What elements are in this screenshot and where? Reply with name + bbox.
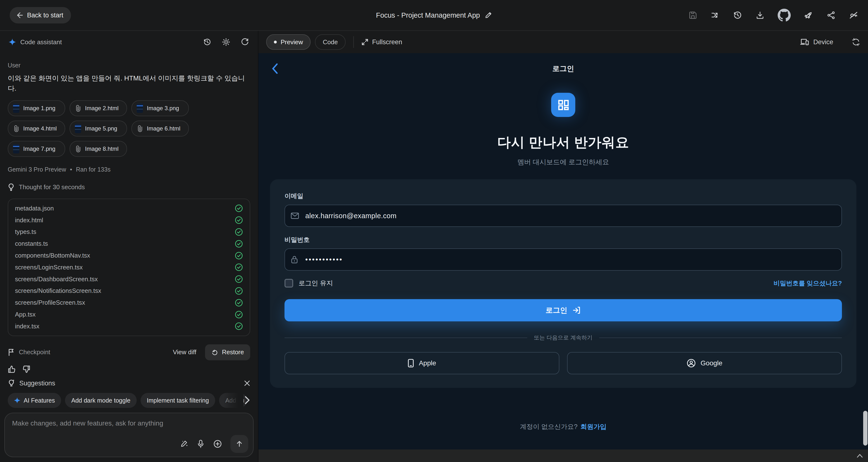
user-message: 이와 같은 화면이 있는 앱을 만들어 줘. HTML에서 이미지를 핫링크할 … — [8, 73, 250, 93]
device-button[interactable]: Device — [800, 38, 833, 46]
signup-link[interactable]: 회원가입 — [580, 423, 607, 430]
file-name: index.html — [15, 217, 235, 224]
image-thumbnail — [75, 124, 81, 133]
thumbs-down-button[interactable] — [22, 365, 30, 373]
composer[interactable] — [4, 413, 254, 457]
file-row[interactable]: screens/DashboardScreen.tsx — [15, 273, 243, 285]
device-label: Device — [813, 38, 833, 46]
file-name: metadata.json — [15, 205, 235, 212]
attachment-chip[interactable]: Image 3.png — [131, 100, 189, 116]
edit-title-icon[interactable] — [485, 11, 492, 19]
attachment-chip[interactable]: Image 8.html — [69, 141, 127, 157]
suggestions-section: Suggestions AI FeaturesAdd dark mode tog… — [0, 373, 258, 408]
project-title: Focus - Project Management App — [376, 11, 480, 19]
send-button[interactable] — [230, 435, 248, 453]
chevron-left-icon — [271, 63, 279, 74]
login-submit-button[interactable]: 로그인 — [284, 299, 842, 321]
refresh-icon[interactable] — [241, 38, 249, 47]
file-name: constants.ts — [15, 240, 235, 247]
share-icon[interactable] — [827, 11, 836, 20]
send-arrow-icon — [236, 440, 243, 447]
preview-back-button[interactable] — [271, 63, 279, 74]
tab-code[interactable]: Code — [315, 34, 345, 50]
scroll-up-chevron-icon[interactable] — [857, 453, 863, 458]
history-icon[interactable] — [733, 10, 742, 20]
dashboard-logo-icon — [557, 98, 570, 111]
check-circle-icon — [235, 275, 243, 283]
file-name: components/BottomNav.tsx — [15, 252, 235, 259]
login-card: 이메일 비밀번호 로그인 유지 비밀번호를 — [270, 179, 857, 388]
tab-preview[interactable]: Preview — [266, 34, 311, 50]
settings-gear-icon[interactable] — [222, 38, 230, 47]
lightbulb-icon — [8, 183, 14, 191]
file-row[interactable]: constants.ts — [15, 238, 243, 250]
file-row[interactable]: index.tsx — [15, 320, 243, 332]
file-row[interactable]: metadata.json — [15, 202, 243, 214]
attachment-chip[interactable]: Image 4.html — [8, 121, 65, 137]
chip-label: Add qu — [225, 397, 244, 404]
attachment-name: Image 8.html — [85, 145, 119, 152]
view-diff-button[interactable]: View diff — [173, 348, 196, 356]
attachment-list: Image 1.pngImage 2.htmlImage 3.pngImage … — [8, 100, 250, 157]
microphone-icon[interactable] — [196, 439, 205, 448]
restore-button[interactable]: Restore — [205, 344, 250, 360]
chat-history-icon[interactable] — [203, 38, 212, 47]
download-icon[interactable] — [755, 11, 765, 20]
fullscreen-button[interactable]: Fullscreen — [362, 38, 402, 46]
attachment-chip[interactable]: Image 6.html — [131, 121, 189, 137]
preview-scrollbar-thumb[interactable] — [863, 411, 868, 445]
run-time: Ran for 133s — [76, 166, 111, 173]
api-key-disabled-icon[interactable] — [849, 10, 858, 20]
back-to-start-button[interactable]: Back to start — [10, 7, 71, 24]
active-dot — [274, 40, 277, 44]
remember-checkbox[interactable] — [284, 279, 293, 288]
suggestion-chip[interactable]: Implement task filtering — [141, 393, 215, 408]
password-input[interactable] — [284, 249, 842, 271]
image-thumbnail — [137, 104, 143, 113]
remember-label[interactable]: 로그인 유지 — [299, 279, 333, 288]
social-divider: 또는 다음으로 계속하기 — [284, 334, 842, 341]
check-circle-icon — [235, 240, 243, 248]
suggestion-chip[interactable]: Add qu — [219, 393, 247, 408]
edit-sparkle-icon[interactable] — [180, 439, 188, 448]
thought-toggle[interactable]: Thought for 30 seconds — [8, 183, 250, 191]
file-row[interactable]: App.tsx — [15, 309, 243, 320]
github-icon[interactable] — [778, 9, 791, 22]
composer-input[interactable] — [5, 413, 253, 438]
file-row[interactable]: screens/ProfileScreen.tsx — [15, 297, 243, 309]
forgot-password-link[interactable]: 비밀번호를 잊으셨나요? — [774, 279, 842, 288]
save-icon[interactable] — [688, 11, 698, 20]
file-row[interactable]: screens/NotificationsScreen.tsx — [15, 285, 243, 297]
close-suggestions-button[interactable] — [244, 380, 250, 386]
add-attachment-icon[interactable] — [213, 439, 222, 449]
preview-panel: Preview Code Fullscreen Device — [258, 31, 868, 462]
sync-icon[interactable] — [851, 38, 860, 47]
device-icon — [800, 38, 809, 46]
thumbs-up-button[interactable] — [8, 365, 16, 373]
back-to-start-label: Back to start — [27, 11, 63, 19]
file-row[interactable]: components/BottomNav.tsx — [15, 250, 243, 261]
email-input[interactable] — [284, 205, 842, 227]
attachment-chip[interactable]: Image 1.png — [8, 100, 65, 116]
attachment-chip[interactable]: Image 2.html — [69, 100, 127, 116]
fork-icon[interactable] — [711, 11, 720, 20]
chat-scroll-area[interactable]: User 이와 같은 화면이 있는 앱을 만들어 줘. HTML에서 이미지를 … — [0, 53, 258, 373]
file-row[interactable]: screens/LoginScreen.tsx — [15, 261, 243, 273]
paperclip-icon — [75, 105, 81, 112]
attachment-chip[interactable]: Image 7.png — [8, 141, 65, 157]
app-logo — [551, 93, 575, 117]
image-thumbnail — [13, 144, 19, 153]
login-nav: 로그인 — [258, 63, 868, 75]
suggestion-chip[interactable]: Add dark mode toggle — [65, 393, 137, 408]
rocket-icon[interactable] — [804, 10, 813, 20]
file-row[interactable]: types.ts — [15, 226, 243, 238]
chips-scroll-right-button[interactable] — [244, 396, 250, 404]
google-login-button[interactable]: Google — [567, 352, 842, 374]
check-circle-icon — [235, 311, 243, 319]
email-envelope-icon — [291, 212, 299, 219]
apple-login-button[interactable]: Apple — [284, 352, 559, 374]
suggestion-chip[interactable]: AI Features — [8, 393, 61, 408]
attachment-chip[interactable]: Image 5.png — [69, 121, 127, 137]
file-row[interactable]: index.html — [15, 214, 243, 226]
chip-label: Add dark mode toggle — [71, 397, 130, 404]
